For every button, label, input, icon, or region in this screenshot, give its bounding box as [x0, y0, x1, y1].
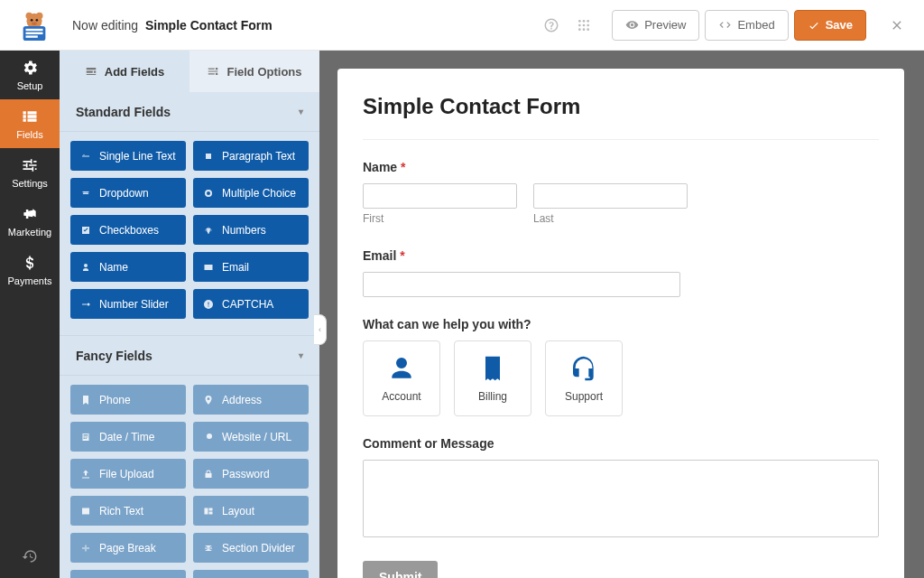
- email-input[interactable]: [363, 272, 680, 297]
- nav-fields[interactable]: Fields: [0, 99, 60, 148]
- svg-point-4: [36, 18, 39, 21]
- first-name-input[interactable]: [363, 183, 517, 209]
- field-type-icon: [202, 506, 215, 517]
- help-option-account[interactable]: Account: [363, 340, 440, 416]
- field-date-time[interactable]: Date / Time: [70, 422, 186, 452]
- submit-button[interactable]: Submit: [363, 561, 438, 578]
- field-content[interactable]: Content: [193, 570, 309, 578]
- field-btn-label: Number Slider: [99, 298, 169, 311]
- field-number-slider[interactable]: Number Slider: [70, 289, 186, 319]
- field-type-icon: [202, 262, 215, 273]
- field-paragraph-text[interactable]: Paragraph Text: [193, 141, 309, 171]
- nav-marketing[interactable]: Marketing: [0, 197, 60, 246]
- field-name[interactable]: Name: [70, 252, 186, 282]
- svg-point-17: [583, 28, 586, 31]
- field-email[interactable]: Email: [193, 252, 309, 282]
- field-page-break[interactable]: Page Break: [70, 533, 186, 563]
- tab-add-fields[interactable]: Add Fields: [60, 51, 189, 92]
- megaphone-icon: [21, 205, 39, 223]
- help-icon[interactable]: [541, 15, 561, 35]
- field-single-line-text[interactable]: Single Line Text: [70, 141, 186, 171]
- section-standard-fields[interactable]: Standard Fields ▾: [60, 92, 319, 132]
- field-btn-label: Address: [222, 394, 262, 406]
- field-type-icon: [79, 395, 92, 406]
- field-btn-label: Checkboxes: [99, 224, 159, 237]
- svg-rect-8: [26, 32, 43, 33]
- nav-marketing-label: Marketing: [8, 227, 51, 238]
- svg-point-2: [36, 12, 43, 19]
- field-layout[interactable]: Layout: [193, 496, 309, 526]
- sliders-icon: [21, 156, 39, 174]
- field-btn-label: Paragraph Text: [222, 150, 295, 163]
- editing-prefix: Now editing: [72, 18, 138, 33]
- field-file-upload[interactable]: File Upload: [70, 459, 186, 489]
- nav-fields-label: Fields: [16, 129, 42, 140]
- check-icon: [808, 19, 820, 32]
- dollar-icon: [21, 254, 39, 272]
- field-type-icon: [79, 432, 92, 443]
- field-type-icon: [202, 188, 215, 199]
- field-btn-label: Date / Time: [99, 431, 154, 443]
- tab-field-options-label: Field Options: [226, 65, 301, 79]
- help-label: What can we help you with?: [363, 317, 879, 331]
- form-title: Simple Contact Form: [363, 94, 879, 140]
- field-checkboxes[interactable]: Checkboxes: [70, 215, 186, 245]
- last-name-input[interactable]: [533, 183, 688, 209]
- field-btn-label: Name: [99, 261, 128, 274]
- nav-payments[interactable]: Payments: [0, 246, 60, 294]
- apps-icon[interactable]: [574, 15, 594, 35]
- list-icon: [21, 107, 39, 126]
- svg-point-16: [578, 28, 581, 31]
- help-option-support[interactable]: Support: [545, 340, 623, 416]
- field-rich-text[interactable]: Rich Text: [70, 496, 186, 526]
- last-name-sublabel: Last: [533, 212, 688, 225]
- help-option-support-label: Support: [565, 390, 603, 403]
- field-password[interactable]: Password: [193, 459, 309, 489]
- options-icon: [207, 65, 219, 78]
- close-icon[interactable]: [886, 14, 908, 36]
- svg-point-12: [587, 20, 590, 23]
- preview-button[interactable]: Preview: [612, 10, 699, 41]
- panel-collapse-handle[interactable]: ‹: [314, 314, 327, 345]
- field-btn-label: Numbers: [222, 224, 266, 237]
- field-type-icon: [79, 151, 92, 162]
- code-icon: [718, 18, 732, 32]
- svg-point-13: [578, 23, 581, 26]
- field-btn-label: Dropdown: [99, 187, 149, 200]
- history-button[interactable]: [0, 535, 60, 578]
- embed-button[interactable]: Embed: [705, 10, 788, 41]
- logo: [9, 8, 60, 42]
- comment-textarea[interactable]: [363, 460, 879, 537]
- field-btn-label: Website / URL: [222, 431, 291, 443]
- standard-fields-grid: Single Line TextParagraph TextDropdownMu…: [60, 132, 319, 336]
- field-type-icon: [79, 506, 92, 517]
- field-html[interactable]: HTML: [70, 570, 186, 578]
- embed-label: Embed: [737, 18, 774, 32]
- section-fancy-fields[interactable]: Fancy Fields ▾: [60, 336, 319, 376]
- nav-setup-label: Setup: [17, 80, 43, 91]
- field-address[interactable]: Address: [193, 385, 309, 415]
- field-website-url[interactable]: Website / URL: [193, 422, 309, 452]
- chevron-down-icon: ▾: [299, 107, 303, 117]
- help-option-billing-label: Billing: [478, 390, 507, 403]
- save-button[interactable]: Save: [794, 10, 866, 41]
- editing-label: Now editing Simple Contact Form: [72, 18, 273, 33]
- comment-label: Comment or Message: [363, 436, 879, 451]
- field-type-icon: [202, 543, 215, 554]
- field-type-icon: [202, 432, 215, 443]
- topbar: Now editing Simple Contact Form Preview …: [0, 0, 924, 51]
- field-numbers[interactable]: Numbers: [193, 215, 309, 245]
- field-captcha[interactable]: CAPTCHA: [193, 289, 309, 319]
- panel-tabs: Add Fields Field Options: [60, 51, 319, 92]
- field-dropdown[interactable]: Dropdown: [70, 178, 186, 208]
- preview-label: Preview: [644, 18, 686, 32]
- field-phone[interactable]: Phone: [70, 385, 186, 415]
- eye-icon: [625, 18, 639, 32]
- fields-panel: Add Fields Field Options Standard Fields…: [60, 51, 319, 578]
- help-option-billing[interactable]: Billing: [454, 340, 531, 416]
- field-section-divider[interactable]: Section Divider: [193, 533, 309, 563]
- nav-settings[interactable]: Settings: [0, 148, 60, 197]
- tab-field-options[interactable]: Field Options: [189, 51, 319, 92]
- field-multiple-choice[interactable]: Multiple Choice: [193, 178, 309, 208]
- nav-setup[interactable]: Setup: [0, 51, 60, 99]
